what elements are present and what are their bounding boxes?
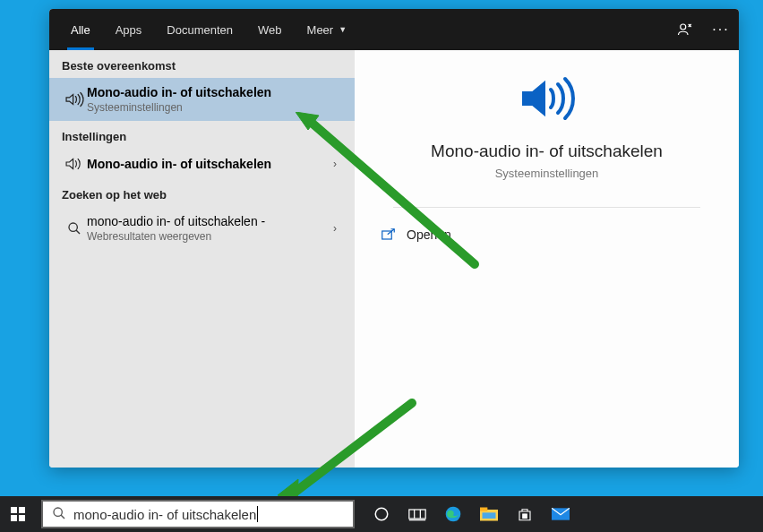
separator <box>393 207 700 208</box>
taskbar: mono-audio in- of uitschakelen <box>0 496 763 532</box>
svg-point-1 <box>69 223 77 231</box>
svg-point-12 <box>375 508 388 520</box>
start-button[interactable] <box>0 496 36 532</box>
svg-line-11 <box>61 515 64 519</box>
result-title: mono-audio in- of uitschakelen - <box>87 214 328 228</box>
result-web-item[interactable]: mono-audio in- of uitschakelen - Webresu… <box>49 207 355 250</box>
task-view-icon[interactable] <box>399 496 435 532</box>
chevron-right-icon: › <box>328 158 342 170</box>
results-panel: Beste overeenkomst Mono-audio in- of uit… <box>49 50 355 468</box>
result-subtitle: Systeeminstellingen <box>87 101 342 114</box>
tab-more[interactable]: Meer▼ <box>295 9 360 50</box>
detail-title: Mono-audio in- of uitschakelen <box>431 142 663 161</box>
svg-rect-9 <box>19 515 25 521</box>
search-window: Alle Apps Documenten Web Meer▼ ··· Beste… <box>49 9 739 468</box>
svg-line-2 <box>76 230 80 234</box>
chevron-down-icon: ▼ <box>339 25 347 34</box>
tab-web[interactable]: Web <box>245 9 295 50</box>
svg-rect-13 <box>409 510 425 519</box>
svg-rect-24 <box>525 517 527 519</box>
feedback-icon[interactable] <box>667 9 703 50</box>
result-title: Mono-audio in- of uitschakelen <box>87 85 342 99</box>
speaker-icon <box>62 156 87 172</box>
tab-all[interactable]: Alle <box>58 9 103 50</box>
svg-rect-8 <box>11 515 17 521</box>
detail-subtitle: Systeeminstellingen <box>495 167 599 180</box>
taskbar-search-input[interactable]: mono-audio in- of uitschakelen <box>41 500 355 528</box>
open-icon <box>382 228 398 241</box>
result-title: Mono-audio in- of uitschakelen <box>87 157 328 171</box>
svg-rect-21 <box>523 514 525 516</box>
speaker-icon <box>62 91 87 107</box>
mail-icon[interactable] <box>543 496 579 532</box>
speaker-icon <box>519 75 576 125</box>
result-settings-item[interactable]: Mono-audio in- of uitschakelen › <box>49 149 355 179</box>
search-icon <box>62 221 87 236</box>
open-action[interactable]: Openen <box>382 227 451 242</box>
edge-icon[interactable] <box>435 496 471 532</box>
more-options-icon[interactable]: ··· <box>703 9 739 50</box>
svg-rect-23 <box>523 517 525 519</box>
detail-panel: Mono-audio in- of uitschakelen Systeemin… <box>355 50 739 468</box>
svg-point-10 <box>54 508 62 516</box>
svg-rect-22 <box>525 514 527 516</box>
filter-tabs: Alle Apps Documenten Web Meer▼ ··· <box>49 9 739 50</box>
open-label: Openen <box>407 227 451 242</box>
chevron-right-icon: › <box>328 222 342 235</box>
explorer-icon[interactable] <box>471 496 507 532</box>
section-settings: Instellingen <box>49 121 355 149</box>
store-icon[interactable] <box>507 496 543 532</box>
svg-rect-7 <box>19 507 25 513</box>
result-subtitle: Webresultaten weergeven <box>87 230 328 243</box>
svg-rect-19 <box>480 508 487 511</box>
svg-point-0 <box>681 24 686 30</box>
search-value: mono-audio in- of uitschakelen <box>73 507 256 522</box>
cortana-icon[interactable] <box>364 496 399 532</box>
search-icon <box>52 506 66 523</box>
svg-rect-20 <box>483 512 496 519</box>
tab-documents[interactable]: Documenten <box>154 9 245 50</box>
section-web: Zoeken op het web <box>49 179 355 207</box>
result-best-match[interactable]: Mono-audio in- of uitschakelen Systeemin… <box>49 78 355 121</box>
tab-apps[interactable]: Apps <box>103 9 155 50</box>
svg-rect-6 <box>11 507 17 513</box>
text-cursor <box>257 506 258 522</box>
section-best-match: Beste overeenkomst <box>49 50 355 78</box>
